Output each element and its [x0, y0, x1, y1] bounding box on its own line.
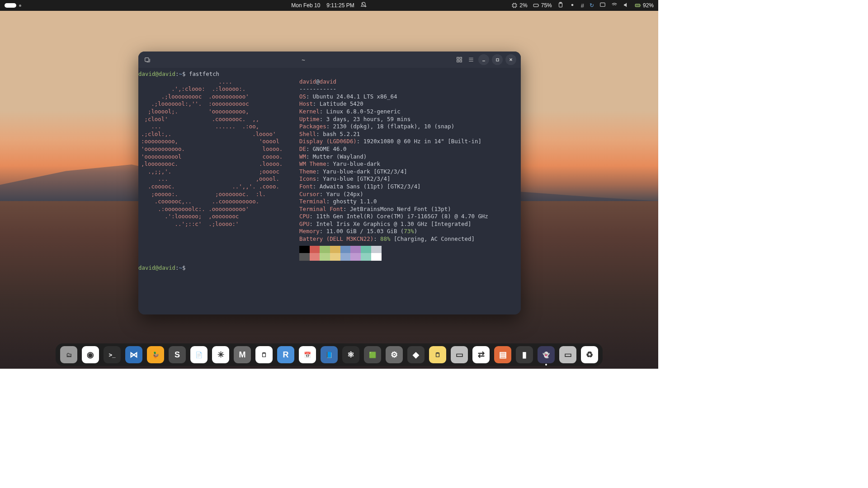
top-bar: Mon Feb 10 9:11:25 PM 2% 75% # ↻	[0, 0, 658, 11]
notifications-icon[interactable]	[361, 2, 367, 9]
dock-switch[interactable]: ⇄	[472, 346, 490, 363]
minimize-button[interactable]	[478, 54, 489, 65]
hamburger-icon[interactable]	[467, 55, 476, 64]
cpu-indicator[interactable]: 2%	[511, 2, 527, 9]
terminal-window: ~ david@david:~$ fastfetch	[138, 52, 521, 314]
desktop-background: Mon Feb 10 9:11:25 PM 2% 75% # ↻	[0, 0, 658, 369]
dock-orange[interactable]: ▤	[494, 346, 511, 363]
dock-chrome[interactable]: ◉	[82, 346, 99, 363]
dock-greydoc[interactable]: ▭	[451, 346, 468, 363]
topbar-time[interactable]: 9:11:25 PM	[326, 2, 354, 9]
grid-icon[interactable]	[455, 55, 464, 64]
cast-icon[interactable]	[599, 2, 606, 9]
dock-settings[interactable]: ⚙	[386, 346, 403, 363]
dock-vscode[interactable]: ⋈	[125, 346, 142, 363]
dock-bluedoc[interactable]: 📘	[321, 346, 338, 363]
slack-icon[interactable]: #	[581, 2, 584, 9]
dock-trash[interactable]: ♻	[581, 346, 598, 363]
maximize-button[interactable]	[492, 54, 503, 65]
dock-notes[interactable]: 🗒	[255, 346, 273, 363]
dock-wheel[interactable]: ✳	[212, 346, 229, 363]
svg-rect-8	[460, 57, 462, 59]
volume-icon[interactable]	[623, 2, 629, 9]
dock-greenapp[interactable]: 🟩	[364, 346, 381, 363]
dock-rstudio[interactable]: R	[277, 346, 294, 363]
cpu-pct: 2%	[519, 2, 527, 9]
net-pct: 75%	[541, 2, 552, 9]
terminal-output[interactable]: david@david:~$ fastfetch .... david@davi…	[138, 68, 521, 314]
dock-duck[interactable]: 🦆	[147, 346, 164, 363]
terminal-titlebar[interactable]: ~	[138, 52, 521, 68]
brightness-icon[interactable]	[569, 2, 576, 9]
dock-ghostty[interactable]: 👻	[538, 346, 555, 363]
dock-atom[interactable]: ⚛	[342, 346, 359, 363]
new-tab-icon[interactable]	[143, 55, 152, 64]
terminal-title: ~	[152, 56, 455, 63]
dock-files[interactable]: 🗂	[60, 346, 77, 363]
workspace-dot[interactable]	[19, 5, 21, 7]
topbar-date[interactable]: Mon Feb 10	[291, 2, 320, 9]
svg-rect-5	[635, 4, 640, 7]
close-button[interactable]	[505, 54, 516, 65]
net-indicator[interactable]: 75%	[533, 2, 552, 9]
svg-rect-1	[533, 4, 538, 7]
dock-libre[interactable]: 📄	[190, 346, 208, 363]
refresh-icon[interactable]: ↻	[590, 2, 594, 9]
dock: 🗂◉>_⋈🦆S📄✳M🗒R📅📘⚛🟩⚙◆🗒▭⇄▤▮👻▭♻	[56, 343, 603, 366]
dock-mbox[interactable]: M	[234, 346, 251, 363]
svg-rect-6	[145, 58, 149, 61]
svg-rect-10	[460, 60, 462, 62]
svg-rect-4	[600, 3, 605, 6]
svg-rect-7	[457, 57, 459, 59]
wifi-icon[interactable]	[611, 2, 618, 9]
dock-yellowbar[interactable]: ▮	[516, 346, 533, 363]
svg-rect-11	[496, 58, 498, 61]
dock-ssd[interactable]: ▭	[559, 346, 576, 363]
dock-terminal[interactable]: >_	[104, 346, 121, 363]
dock-sublime[interactable]: S	[169, 346, 186, 363]
svg-rect-0	[513, 4, 516, 7]
activities-pill[interactable]	[5, 3, 16, 8]
svg-point-3	[571, 4, 573, 6]
clipboard-icon[interactable]	[557, 2, 564, 9]
dock-obsidian[interactable]: ◆	[407, 346, 425, 363]
svg-rect-9	[457, 60, 459, 62]
battery-topbar-pct: 92%	[643, 2, 654, 9]
dock-sticky[interactable]: 🗒	[429, 346, 446, 363]
battery-indicator[interactable]: 92%	[635, 2, 654, 9]
dock-calendar[interactable]: 📅	[299, 346, 316, 363]
